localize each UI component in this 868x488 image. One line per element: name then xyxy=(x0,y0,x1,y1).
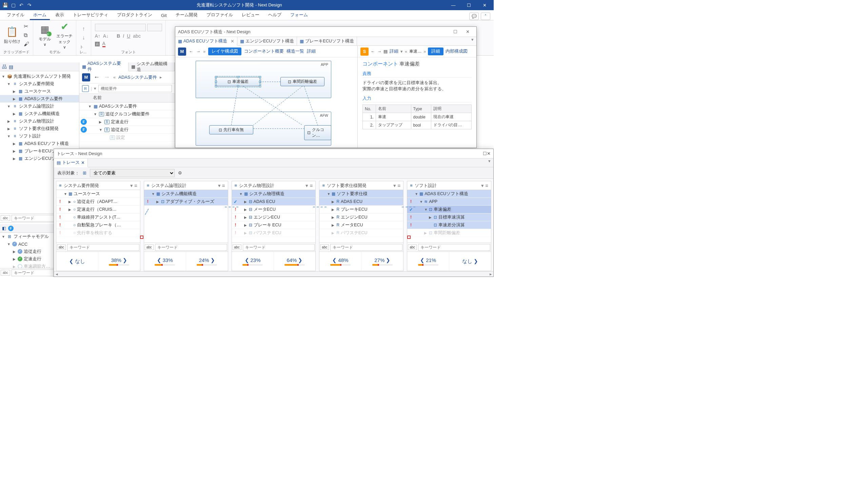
detail-view-icon[interactable]: ▤ xyxy=(383,49,388,54)
diagram-back-button[interactable]: ← xyxy=(189,49,193,54)
nav-link-overview[interactable]: コンポーネント概要 xyxy=(244,49,284,54)
font-size-input[interactable] xyxy=(147,24,162,31)
detail-view-dropdown[interactable]: 詳細 xyxy=(390,49,398,54)
document-tab[interactable]: ▦ADASシステム要件 xyxy=(79,62,129,71)
filter-input[interactable] xyxy=(98,85,172,92)
tree-row[interactable]: ▼≡ソフト設計 xyxy=(0,132,79,140)
trace-row[interactable]: ▼▦システム機能構造 xyxy=(144,190,228,198)
breadcrumb[interactable]: ADASシステム要件 xyxy=(118,74,157,80)
grid-row[interactable]: ▼▦ADASシステム要件 xyxy=(79,102,175,110)
trace-row[interactable]: ▶RメータECU xyxy=(319,221,403,229)
trace-row[interactable]: !▶⊟エンジンECU xyxy=(232,213,316,221)
detail-pill[interactable]: 詳細 xyxy=(428,48,443,55)
trace-row[interactable]: ▼▦ソフト要求仕様 xyxy=(319,190,403,198)
detail-crumb[interactable]: 車速… xyxy=(409,49,421,54)
requirements-grid[interactable]: ▼▦ADASシステム要件▼R追従クルコン機能要件F▶R定速走行F▼R追従走行R設… xyxy=(79,102,175,142)
copy-icon[interactable]: ⧉ xyxy=(24,32,29,38)
trace-filter-select[interactable]: 全ての要素 xyxy=(90,169,175,177)
trace-right-metric[interactable]: 24% ❯ xyxy=(186,252,228,271)
detail-forward-button[interactable]: → xyxy=(377,49,381,54)
column-menu-icon[interactable]: ▾ ≡ xyxy=(305,183,313,189)
speech-bubble-icon[interactable]: 💬 xyxy=(469,13,479,20)
nav-link-detail[interactable]: 詳細 xyxy=(307,49,316,54)
ribbon-tab[interactable]: チーム開発 xyxy=(172,10,201,20)
tree-row[interactable]: ▶▦ADAS ECUソフト構造 xyxy=(0,140,79,147)
grid-row[interactable]: ▼R追従クルコン機能要件 xyxy=(79,110,175,118)
ribbon-tab[interactable]: トレーサビリティ xyxy=(70,10,112,20)
save-icon[interactable]: 💾 xyxy=(1,1,9,9)
tree-toolbar-icon1[interactable]: 品 xyxy=(2,64,7,70)
trace-close-button[interactable]: ✕ xyxy=(487,151,491,156)
trace-row[interactable]: ▶RブレーキECU xyxy=(319,206,403,213)
trace-row[interactable]: !▶○追従走行（ADAPT… xyxy=(56,198,140,206)
undo-icon[interactable]: ↶ xyxy=(18,1,25,9)
column-menu-icon[interactable]: ▾ ≡ xyxy=(218,183,225,189)
ribbon-tab[interactable]: レビュー xyxy=(238,10,263,20)
ribbon-tab[interactable]: Git xyxy=(158,11,170,20)
close-button[interactable]: ✕ xyxy=(477,0,492,10)
trace-right-metric[interactable]: 38% ❯ xyxy=(98,252,140,271)
tree-row[interactable]: ▶≡ソフト要求仕様開発 xyxy=(0,125,79,132)
trace-tab[interactable]: ▤ トレース ✕ xyxy=(54,158,88,167)
down-arrow-icon[interactable]: ↓ xyxy=(82,35,85,41)
trace-column-search[interactable] xyxy=(330,244,402,251)
detail-internal-link[interactable]: 内部構成図 xyxy=(446,49,468,54)
trace-left-metric[interactable]: ❮ 23% xyxy=(232,252,274,271)
underline-icon[interactable]: U xyxy=(127,33,130,39)
tree-row[interactable]: ▼📦先進運転システムソフト開発 xyxy=(0,73,79,80)
model-button[interactable]: ▦+ モデル ∨ xyxy=(37,23,53,47)
trace-column-search[interactable] xyxy=(155,244,227,251)
trace-row[interactable]: !▶⊟メータECU xyxy=(232,206,316,213)
trace-right-metric[interactable]: 27% ❯ xyxy=(361,252,403,271)
structure-tab[interactable]: ▦ブレーキECUソフト構造 xyxy=(297,37,357,45)
up-arrow-icon[interactable]: ↑ xyxy=(82,26,85,32)
trace-row[interactable]: !⊡車速差分演算 xyxy=(407,221,491,229)
tree-row[interactable]: ▶≡システム物理設計 xyxy=(0,117,79,125)
trace-row[interactable]: ▶⊡車間距離偏差 xyxy=(407,229,491,237)
minimize-button[interactable]: — xyxy=(446,0,461,10)
highlight-icon[interactable]: 🅰 xyxy=(95,41,100,47)
trace-left-metric[interactable]: ❮ 21% xyxy=(407,252,449,271)
trace-left-metric[interactable]: ❮ 33% xyxy=(144,252,186,271)
increase-font-icon[interactable]: A↑ xyxy=(95,33,100,39)
decrease-font-icon[interactable]: A↓ xyxy=(103,33,108,39)
tree-toolbar-icon2[interactable]: ▤ xyxy=(9,64,13,70)
trace-tab-close[interactable]: ✕ xyxy=(81,160,85,165)
trace-row[interactable]: ✓▼⊡車速偏差 xyxy=(407,206,491,213)
structure-tab[interactable]: ▦ADAS ECUソフト構造✕ xyxy=(175,37,237,46)
trace-row[interactable]: !▶⊡目標車速演算 xyxy=(407,213,491,221)
trace-tab-menu[interactable]: ▾ xyxy=(486,158,493,167)
trace-row[interactable]: ▶RパワステECU xyxy=(319,229,403,237)
trace-left-metric[interactable]: ❮ なし xyxy=(56,252,98,271)
ribbon-tab[interactable]: 表示 xyxy=(52,10,67,20)
diagram-canvas[interactable]: APP ⊡車速偏差 ⊡車間距離偏差 AFW ⊡先行車有無 xyxy=(175,57,357,148)
tree-row[interactable]: ▶▦ADASシステム要件 xyxy=(0,95,79,102)
maximize-button[interactable]: ☐ xyxy=(461,0,477,10)
trace-row[interactable]: !○車線維持アシスト(T… xyxy=(56,213,140,221)
new-icon[interactable]: ▢ xyxy=(9,1,17,9)
ribbon-tab[interactable]: プロダクトライン xyxy=(114,10,156,20)
ribbon-tab[interactable]: ファイル xyxy=(3,10,28,20)
r-filter-chip[interactable]: R xyxy=(82,85,89,92)
grid-row[interactable]: F▶R定速走行 xyxy=(79,118,175,126)
font-family-input[interactable] xyxy=(95,24,146,31)
trace-column-search[interactable] xyxy=(243,244,315,251)
nav-back-button[interactable]: ← xyxy=(93,74,100,81)
tree-row[interactable]: ▶▦システム機能構造 xyxy=(0,110,79,117)
italic-icon[interactable]: I xyxy=(123,33,124,39)
diagram-view-pill[interactable]: レイヤ構成図 xyxy=(208,48,241,55)
ribbon-tab[interactable]: フォーム xyxy=(287,10,311,20)
paste-button[interactable]: 📋 貼り付け xyxy=(4,26,20,44)
column-menu-icon[interactable]: ▾ ≡ xyxy=(393,183,400,189)
node-cruise[interactable]: ⊡クルコン… xyxy=(304,125,331,140)
trace-row[interactable]: !▼≋APP xyxy=(407,198,491,206)
grid-row[interactable]: R設定 xyxy=(79,134,175,142)
ribbon-tab[interactable]: プロファイル xyxy=(203,10,236,20)
redo-icon[interactable]: ↷ xyxy=(26,1,33,9)
trace-row[interactable]: !▶⊟パワステ ECU xyxy=(232,229,316,237)
detail-back-button[interactable]: ← xyxy=(371,49,375,54)
trace-column-search[interactable] xyxy=(418,244,490,251)
tab-close-icon[interactable]: ✕ xyxy=(231,39,234,44)
trace-maximize-button[interactable]: ☐ xyxy=(483,151,487,156)
trace-row[interactable]: ▶RADAS ECU xyxy=(319,198,403,206)
